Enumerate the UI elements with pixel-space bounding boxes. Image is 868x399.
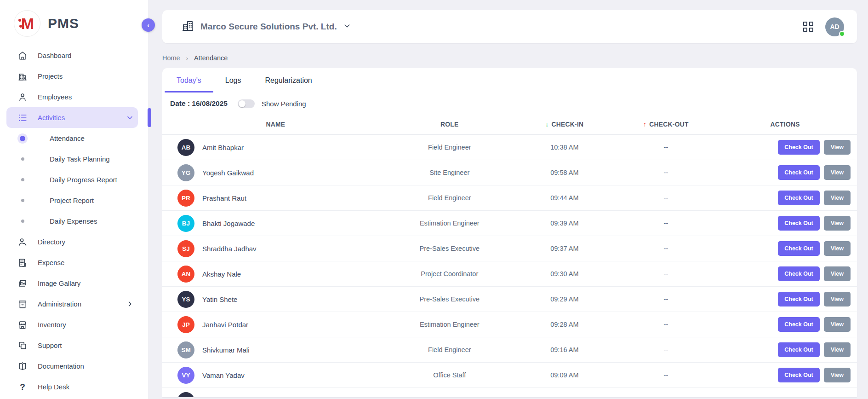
- check-out-button[interactable]: Check Out: [778, 241, 820, 256]
- sidebar-item-image-gallary[interactable]: Image Gallary: [6, 273, 138, 294]
- table-row: PR Prashant Raut Field Engineer 09:44 AM…: [162, 185, 857, 211]
- show-pending-toggle[interactable]: [238, 99, 255, 108]
- check-out-button[interactable]: Check Out: [778, 368, 820, 382]
- table-row: [162, 388, 857, 397]
- employee-role: Pre-Sales Executive: [389, 295, 510, 303]
- check-out-time: --: [619, 295, 713, 303]
- main-area: Marco Secure Solutions Pvt. Ltd. AD Home…: [148, 0, 868, 399]
- view-button[interactable]: View: [824, 140, 851, 155]
- table-header-row: NAMEROLE↓CHECK-IN↑CHECK-OUTACTIONS: [162, 115, 857, 135]
- sidebar-subitem-attendance[interactable]: Attendance: [0, 128, 148, 149]
- sidebar-item-administration[interactable]: Administration: [6, 294, 138, 314]
- column-header-check-in[interactable]: ↓CHECK-IN: [510, 121, 619, 128]
- check-out-time: --: [619, 270, 713, 278]
- check-out-button[interactable]: Check Out: [778, 342, 820, 357]
- row-actions: Check Out View: [713, 140, 857, 155]
- view-button[interactable]: View: [824, 368, 851, 382]
- view-button[interactable]: View: [824, 191, 851, 205]
- sidebar-item-inventory[interactable]: Inventory: [6, 314, 138, 335]
- employee-name: Amit Bhapkar: [202, 144, 244, 151]
- table-row: BJ Bhakti Jogawade Estimation Engineer 0…: [162, 211, 857, 236]
- column-header-name: NAME: [162, 121, 389, 128]
- tab-regularization[interactable]: Regularization: [253, 68, 324, 93]
- view-button[interactable]: View: [824, 292, 851, 306]
- sidebar-item-support[interactable]: Support: [6, 335, 138, 356]
- employee-role: Estimation Engineer: [389, 321, 510, 328]
- company-selector[interactable]: Marco Secure Solutions Pvt. Ltd.: [182, 20, 351, 34]
- row-actions: Check Out View: [713, 165, 857, 180]
- topbar-right: AD: [803, 17, 844, 36]
- table-row: VY Vaman Yadav Office Staff 09:09 AM -- …: [162, 363, 857, 388]
- view-button[interactable]: View: [824, 317, 851, 332]
- bullet-icon: [19, 218, 26, 225]
- avatar: AB: [177, 139, 194, 156]
- view-button[interactable]: View: [824, 241, 851, 256]
- check-out-button[interactable]: Check Out: [778, 317, 820, 332]
- apps-grid-icon[interactable]: [803, 22, 813, 32]
- chevron-down-icon: [126, 114, 133, 121]
- user-avatar[interactable]: AD: [825, 17, 844, 36]
- book-icon: [17, 361, 28, 371]
- sidebar-item-dashboard[interactable]: Dashboard: [6, 45, 138, 66]
- avatar: BJ: [177, 215, 194, 232]
- sidebar-subitem-daily-task-planning[interactable]: Daily Task Planning: [0, 149, 148, 169]
- check-out-button[interactable]: Check Out: [778, 292, 820, 306]
- employee-name: Prashant Raut: [202, 194, 246, 202]
- table-body: AB Amit Bhapkar Field Engineer 10:38 AM …: [162, 135, 857, 397]
- breadcrumb-home-link[interactable]: Home: [162, 54, 180, 62]
- check-out-button[interactable]: Check Out: [778, 165, 820, 180]
- view-button[interactable]: View: [824, 216, 851, 231]
- check-out-button[interactable]: Check Out: [778, 140, 820, 155]
- chevron-down-icon: [343, 22, 351, 31]
- avatar: YS: [177, 291, 194, 308]
- check-in-time: 09:58 AM: [510, 169, 619, 176]
- sidebar-collapse-button[interactable]: ‹: [142, 18, 155, 32]
- employee-role: Field Engineer: [389, 346, 510, 353]
- check-in-time: 09:37 AM: [510, 245, 619, 252]
- sort-arrow-down-icon: ↓: [545, 121, 548, 128]
- sidebar-item-employees[interactable]: Employees: [6, 87, 138, 107]
- view-button[interactable]: View: [824, 165, 851, 180]
- employee-name: Janhavi Potdar: [202, 321, 248, 329]
- table-row: YS Yatin Shete Pre-Sales Executive 09:29…: [162, 287, 857, 312]
- column-header-check-out[interactable]: ↑CHECK-OUT: [619, 121, 713, 128]
- check-out-button[interactable]: Check Out: [778, 266, 820, 281]
- app-title: PMS: [48, 16, 79, 31]
- sidebar-nav: DashboardProjectsEmployeesActivitiesAtte…: [0, 45, 148, 397]
- employee-name: Shivkumar Mali: [202, 346, 250, 354]
- sidebar-subitem-project-report[interactable]: Project Report: [0, 190, 148, 211]
- receipt-icon: [17, 258, 28, 268]
- filter-row: Date : 16/08/2025 Show Pending: [162, 93, 857, 115]
- employee-role: Office Staff: [389, 371, 510, 379]
- sidebar-item-directory[interactable]: Directory: [6, 231, 138, 252]
- sidebar-subitem-daily-expenses[interactable]: Daily Expenses: [0, 211, 148, 231]
- table-row: JP Janhavi Potdar Estimation Engineer 09…: [162, 312, 857, 337]
- employee-role: Field Engineer: [389, 144, 510, 151]
- check-out-time: --: [619, 371, 713, 379]
- sidebar-item-expense[interactable]: Expense: [6, 252, 138, 273]
- date-label: Date : 16/08/2025: [170, 99, 228, 108]
- building-icon: [182, 20, 194, 34]
- table-row: AB Amit Bhapkar Field Engineer 10:38 AM …: [162, 135, 857, 160]
- sort-arrow-up-icon: ↑: [643, 121, 646, 128]
- sidebar-item-activities[interactable]: Activities: [6, 107, 138, 128]
- avatar: SM: [177, 341, 194, 359]
- avatar: YG: [177, 164, 194, 181]
- check-out-button[interactable]: Check Out: [778, 191, 820, 205]
- check-out-button[interactable]: Check Out: [778, 216, 820, 231]
- sidebar-item-documentation[interactable]: Documentation: [6, 356, 138, 376]
- view-button[interactable]: View: [824, 342, 851, 357]
- bullet-icon: [19, 156, 26, 162]
- view-button[interactable]: View: [824, 266, 851, 281]
- people-icon: [17, 237, 28, 247]
- sidebar-item-help-desk[interactable]: ?Help Desk: [6, 376, 138, 397]
- tab-logs[interactable]: Logs: [213, 68, 253, 93]
- logo-icon: M: [14, 10, 40, 37]
- tab-today-s[interactable]: Today's: [165, 68, 213, 93]
- sidebar-subitem-daily-progress-report[interactable]: Daily Progress Report: [0, 169, 148, 190]
- employee-role: Field Engineer: [389, 194, 510, 202]
- logo: M PMS: [0, 0, 148, 38]
- bullet-icon: [19, 197, 26, 204]
- check-out-time: --: [619, 169, 713, 176]
- sidebar-item-projects[interactable]: Projects: [6, 66, 138, 87]
